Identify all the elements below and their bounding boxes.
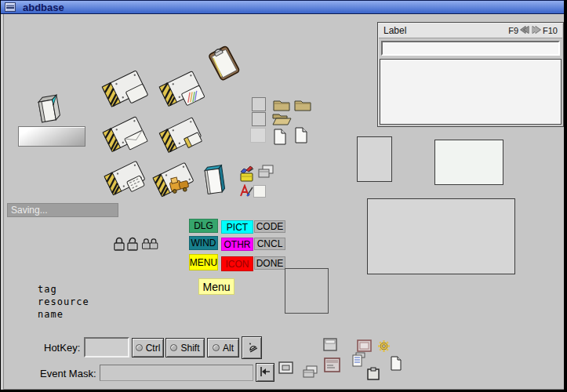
folder-icon[interactable]: [294, 98, 311, 111]
event-mask-label: Event Mask:: [40, 368, 96, 379]
small-square-1[interactable]: [252, 97, 266, 111]
shift-toggle-button[interactable]: Shift: [165, 338, 205, 358]
disk-card-icon[interactable]: [98, 67, 150, 110]
disk-machine-icon[interactable]: [150, 158, 197, 201]
palette-wind-button[interactable]: WIND: [189, 236, 218, 250]
palette-cncl-button[interactable]: CNCL: [254, 238, 285, 250]
document-icon[interactable]: [294, 127, 308, 143]
paint-letter-icon[interactable]: [238, 184, 254, 198]
window-blank-icon[interactable]: [323, 338, 337, 351]
ctrl-label: Ctrl: [146, 343, 161, 354]
label-panel: Label F9 F10: [377, 22, 564, 127]
palette-dlg-button[interactable]: DLG: [189, 219, 218, 233]
folder-icon[interactable]: [273, 98, 290, 111]
disk-stripedcard-icon[interactable]: [156, 114, 205, 155]
shift-radio-icon: [170, 344, 177, 351]
disk-keypad-icon[interactable]: [101, 157, 148, 199]
document-icon[interactable]: [273, 129, 287, 145]
shift-label: Shift: [180, 343, 199, 354]
ctrl-radio-icon: [136, 344, 143, 351]
document-icon[interactable]: [390, 356, 402, 371]
canvas-rect-medium[interactable]: [434, 140, 503, 185]
open-folder-icon[interactable]: [271, 112, 292, 125]
alt-toggle-button[interactable]: Alt: [207, 338, 239, 358]
canvas-rect-small[interactable]: [357, 136, 392, 182]
label-panel-title: Label: [383, 25, 508, 36]
app-window: abdbase Label F9 F10: [0, 0, 567, 392]
name-label: name: [38, 309, 64, 320]
copy-windows-icon[interactable]: [258, 165, 274, 179]
window-title: abdbase: [23, 2, 64, 13]
alt-radio-icon: [213, 344, 220, 351]
menu-tag[interactable]: Menu: [198, 278, 234, 295]
window-lines-icon[interactable]: [324, 358, 340, 372]
bell-button[interactable]: [242, 336, 262, 359]
label-input[interactable]: [381, 41, 560, 56]
label-list[interactable]: [380, 59, 562, 125]
palette-code-button[interactable]: CODE: [254, 220, 285, 233]
palette-menu-button[interactable]: MENU: [189, 254, 218, 270]
hotkey-input[interactable]: [84, 337, 129, 358]
clipboard-small-icon[interactable]: [367, 367, 380, 380]
status-text: Saving...: [11, 205, 48, 216]
blank-swatch[interactable]: [253, 185, 266, 198]
notebook-icon[interactable]: [202, 162, 228, 199]
locks-pair-icon[interactable]: [141, 237, 158, 252]
disk-picture-icon[interactable]: [156, 67, 205, 110]
status-bar: Saving...: [7, 203, 118, 217]
gear-icon[interactable]: [377, 339, 391, 353]
event-mask-picker-button[interactable]: [256, 363, 274, 382]
window-pink-icon[interactable]: [357, 339, 372, 352]
window-book-icon[interactable]: [34, 93, 65, 127]
menu-tag-label: Menu: [202, 281, 230, 293]
small-square-2[interactable]: [252, 112, 266, 126]
small-square-3[interactable]: [250, 128, 266, 143]
note-list-icon[interactable]: [351, 352, 365, 368]
hotkey-label: HotKey:: [44, 342, 80, 354]
palette-done-button[interactable]: DONE: [254, 256, 285, 270]
next-key-label: F10: [543, 26, 558, 35]
resource-label: resource: [38, 296, 89, 307]
alt-label: Alt: [223, 343, 234, 354]
ctrl-toggle-button[interactable]: Ctrl: [132, 338, 164, 358]
canvas-rect-large[interactable]: [367, 198, 515, 274]
prev-key-label: F9: [508, 26, 518, 35]
event-mask-input[interactable]: [100, 365, 253, 381]
palette-othr-button[interactable]: OTHR: [221, 238, 253, 251]
next-arrows-icon[interactable]: [532, 26, 540, 35]
window-menu-icon[interactable]: [5, 2, 16, 12]
palette-icon-button[interactable]: ICON: [221, 256, 253, 271]
tag-label: tag: [38, 284, 57, 295]
lock-closed-icon[interactable]: [113, 237, 126, 252]
screen-icon[interactable]: [278, 361, 293, 374]
canvas-outline-square[interactable]: [285, 268, 329, 314]
copy-windows-icon[interactable]: [303, 365, 318, 378]
disk-envelope-icon[interactable]: [100, 113, 148, 155]
prev-arrows-icon[interactable]: [521, 26, 529, 35]
titlebar[interactable]: abdbase: [1, 0, 564, 14]
toolbox-icon[interactable]: [238, 165, 256, 183]
enter-arrow-icon: [259, 365, 271, 380]
gradient-bar[interactable]: [18, 126, 85, 147]
clipboard-icon[interactable]: [202, 44, 247, 83]
lock-open-icon[interactable]: [126, 237, 140, 252]
palette-pict-button[interactable]: PICT: [221, 220, 253, 234]
label-panel-header: Label F9 F10: [379, 24, 562, 38]
bell-icon: [245, 339, 259, 356]
